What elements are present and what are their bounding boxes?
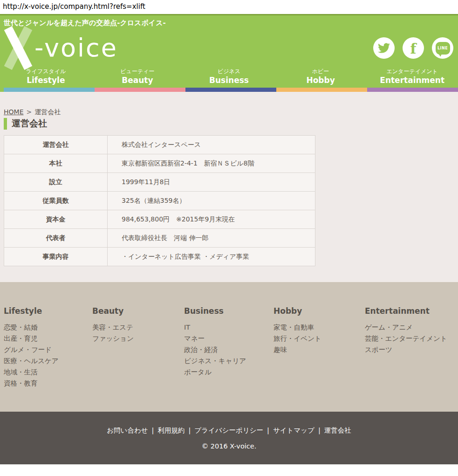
legal-link[interactable]: お問い合わせ: [107, 427, 148, 434]
twitter-bird-glyph: [378, 42, 390, 54]
row-label: 資本金: [4, 210, 108, 229]
main-nav: ライフスタイルLifestyleビューティーBeautyビジネスBusiness…: [0, 68, 458, 88]
nav-label-en: Business: [183, 75, 275, 85]
footer-link[interactable]: スポーツ: [365, 344, 454, 355]
footer-column-heading: Business: [184, 306, 273, 316]
twitter-icon[interactable]: [373, 37, 395, 59]
nav-item-lifestyle[interactable]: ライフスタイルLifestyle: [0, 68, 92, 88]
line-icon[interactable]: LINE: [432, 37, 453, 59]
row-value: 代表取締役社長 河端 伸一郎: [108, 229, 315, 248]
footer-link[interactable]: マネー: [184, 333, 273, 344]
table-row: 本社東京都新宿区西新宿2-4-1 新宿ＮＳビル8階: [4, 154, 315, 173]
table-row: 従業員数325名（連結359名）: [4, 192, 315, 210]
facebook-f-glyph: f: [410, 42, 417, 56]
row-label: 本社: [4, 154, 108, 173]
legal-link[interactable]: プライバシーポリシー: [194, 427, 263, 434]
breadcrumb-separator: >: [26, 108, 32, 116]
table-row: 運営会社株式会社インタースペース: [4, 136, 315, 154]
nav-item-entertainment[interactable]: エンターテイメントEntertainment: [366, 68, 458, 88]
company-info-table: 運営会社株式会社インタースペース本社東京都新宿区西新宿2-4-1 新宿ＮＳビル8…: [4, 135, 315, 266]
logo-text: -voice: [34, 30, 118, 66]
nav-label-jp: ホビー: [275, 68, 367, 75]
footer-link[interactable]: 資格・教育: [4, 378, 92, 389]
breadcrumb-home-link[interactable]: HOME: [4, 108, 23, 116]
legal-link[interactable]: 運営会社: [324, 427, 351, 434]
nav-item-hobby[interactable]: ホビーHobby: [275, 68, 367, 88]
row-label: 代表者: [4, 229, 108, 248]
footer-column-heading: Beauty: [92, 306, 184, 316]
footer-link[interactable]: ポータル: [184, 366, 273, 378]
legal-link[interactable]: 利用規約: [157, 427, 185, 434]
footer-link[interactable]: 恋愛・結婚: [4, 322, 92, 333]
table-row: 設立1999年11月8日: [4, 173, 315, 192]
nav-label-jp: ライフスタイル: [0, 68, 92, 75]
footer-link[interactable]: 旅行・イベント: [273, 333, 365, 344]
page-title: 運営会社: [12, 117, 47, 130]
footer-link[interactable]: 趣味: [273, 344, 365, 355]
row-value: 325名（連結359名）: [108, 192, 315, 210]
stripe-segment-business: [185, 88, 276, 92]
row-label: 設立: [4, 173, 108, 192]
legal-link[interactable]: サイトマップ: [273, 427, 314, 434]
breadcrumb-current: 運営会社: [34, 108, 61, 116]
row-value: 東京都新宿区西新宿2-4-1 新宿ＮＳビル8階: [108, 154, 315, 173]
site-header: 世代とジャンルを超えた声の交差点-クロスボイス- -voice f LINE: [0, 14, 458, 92]
facebook-icon[interactable]: f: [403, 37, 424, 59]
footer-column-business: BusinessITマネー政治・経済ビジネス・キャリアポータル: [184, 306, 273, 412]
footer-column-list: ゲーム・アニメ芸能・エンターテイメントスポーツ: [365, 322, 454, 355]
line-bubble-glyph: LINE: [436, 42, 450, 55]
footer-column-heading: Entertainment: [365, 306, 454, 316]
nav-label-en: Hobby: [275, 75, 367, 85]
stripe-segment-beauty: [95, 88, 185, 92]
footer-link[interactable]: 美容・エステ: [92, 322, 184, 333]
footer-legal: お問い合わせ|利用規約|プライバシーポリシー|サイトマップ|運営会社 © 201…: [0, 412, 458, 464]
footer-link[interactable]: ゲーム・アニメ: [365, 322, 454, 333]
footer-column-list: ITマネー政治・経済ビジネス・キャリアポータル: [184, 322, 273, 378]
legal-separator: |: [318, 427, 321, 434]
line-label: LINE: [437, 46, 448, 50]
nav-item-business[interactable]: ビジネスBusiness: [183, 68, 275, 88]
nav-label-jp: ビジネス: [183, 68, 275, 75]
footer-column-heading: Lifestyle: [4, 306, 92, 316]
row-value: 株式会社インタースペース: [108, 136, 315, 154]
footer-column-entertainment: Entertainmentゲーム・アニメ芸能・エンターテイメントスポーツ: [365, 306, 454, 412]
breadcrumb: HOME>運営会社: [4, 92, 454, 117]
row-label: 従業員数: [4, 192, 108, 210]
footer-link[interactable]: 芸能・エンターテイメント: [365, 333, 454, 344]
nav-color-stripe: [0, 88, 458, 92]
footer-categories: Lifestyle恋愛・結婚出産・育児グルメ・フード医療・ヘルスケア地域・生活資…: [0, 282, 458, 412]
copyright-text: © 2016 X-voice.: [0, 442, 458, 450]
nav-item-beauty[interactable]: ビューティーBeauty: [92, 68, 184, 88]
nav-label-en: Entertainment: [366, 75, 458, 85]
nav-label-en: Beauty: [92, 75, 184, 85]
footer-link[interactable]: 医療・ヘルスケア: [4, 355, 92, 366]
footer-column-beauty: Beauty美容・エステファッション: [92, 306, 184, 412]
site-logo[interactable]: -voice: [3, 28, 118, 68]
address-url: http://x-voice.jp/company.html?refs=xlif…: [0, 0, 458, 14]
footer-link[interactable]: 地域・生活: [4, 366, 92, 378]
title-green-marker: [4, 118, 7, 130]
social-links: f LINE: [373, 37, 453, 59]
table-row: 事業内容・インターネット広告事業 ・メディア事業: [4, 248, 315, 266]
stripe-segment-lifestyle: [4, 88, 95, 92]
footer-link[interactable]: IT: [184, 322, 273, 333]
main-content: HOME>運営会社 運営会社 運営会社株式会社インタースペース本社東京都新宿区西…: [0, 92, 458, 282]
row-label: 事業内容: [4, 248, 108, 266]
footer-link[interactable]: 出産・育児: [4, 333, 92, 344]
legal-separator: |: [152, 427, 154, 434]
footer-link[interactable]: 政治・経済: [184, 344, 273, 355]
line-bubble-tail: [437, 53, 442, 56]
footer-link[interactable]: グルメ・フード: [4, 344, 92, 355]
row-value: ・インターネット広告事業 ・メディア事業: [108, 248, 315, 266]
row-value: 984,653,800円 ※2015年9月末現在: [108, 210, 315, 229]
footer-link[interactable]: ビジネス・キャリア: [184, 355, 273, 366]
logo-x-mark: [3, 30, 34, 66]
footer-column-list: 恋愛・結婚出産・育児グルメ・フード医療・ヘルスケア地域・生活資格・教育: [4, 322, 92, 389]
legal-separator: |: [267, 427, 269, 434]
footer-link[interactable]: 家電・自動車: [273, 322, 365, 333]
footer-column-heading: Hobby: [273, 306, 365, 316]
footer-column-hobby: Hobby家電・自動車旅行・イベント趣味: [273, 306, 365, 412]
legal-links-row: お問い合わせ|利用規約|プライバシーポリシー|サイトマップ|運営会社: [0, 426, 458, 435]
footer-link[interactable]: ファッション: [92, 333, 184, 344]
table-row: 資本金984,653,800円 ※2015年9月末現在: [4, 210, 315, 229]
